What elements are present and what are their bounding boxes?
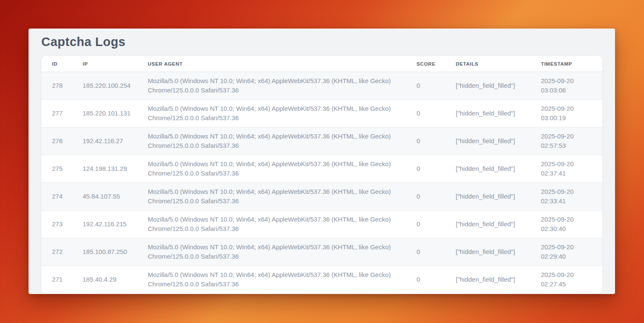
cell-score: 0 xyxy=(406,72,445,100)
cell-user-agent: Mozilla/5.0 (Windows NT 10.0; Win64; x64… xyxy=(137,100,406,127)
table-row: 272 185.100.87.250 Mozilla/5.0 (Windows … xyxy=(41,238,602,266)
cell-details: ["hidden_field_filled"] xyxy=(445,266,530,294)
cell-id: 274 xyxy=(41,183,72,211)
table-row: 275 124.198.131.29 Mozilla/5.0 (Windows … xyxy=(41,155,602,183)
cell-ip: 185.40.4.29 xyxy=(72,266,137,294)
cell-user-agent: Mozilla/5.0 (Windows NT 10.0; Win64; x64… xyxy=(137,183,406,211)
captcha-logs-table: ID IP USER AGENT SCORE DETAILS TIMESTAMP… xyxy=(41,56,602,294)
col-header-timestamp: TIMESTAMP xyxy=(530,56,602,72)
cell-score: 0 xyxy=(406,100,445,127)
col-header-user-agent: USER AGENT xyxy=(137,56,406,72)
cell-timestamp: 2025-09-20 03:03:06 xyxy=(530,72,602,100)
table-row: 274 45.84.107.55 Mozilla/5.0 (Windows NT… xyxy=(41,183,602,211)
cell-score: 0 xyxy=(406,238,445,266)
cell-ip: 185.220.100.254 xyxy=(72,72,137,100)
cell-user-agent: Mozilla/5.0 (Windows NT 10.0; Win64; x64… xyxy=(137,266,406,294)
cell-id: 271 xyxy=(41,266,72,294)
cell-timestamp: 2025-09-20 03:00:19 xyxy=(530,100,602,127)
cell-details: ["hidden_field_filled"] xyxy=(445,100,530,127)
cell-user-agent: Mozilla/5.0 (Windows NT 10.0; Win64; x64… xyxy=(137,72,406,100)
table-header-row: ID IP USER AGENT SCORE DETAILS TIMESTAMP xyxy=(41,56,602,72)
table-row: 277 185.220.101.131 Mozilla/5.0 (Windows… xyxy=(41,100,602,127)
cell-id: 276 xyxy=(41,127,72,155)
col-header-details: DETAILS xyxy=(445,56,530,72)
cell-user-agent: Mozilla/5.0 (Windows NT 10.0; Win64; x64… xyxy=(137,238,406,266)
cell-score: 0 xyxy=(406,183,445,211)
cell-ip: 45.84.107.55 xyxy=(72,183,137,211)
table-row: 273 192.42.116.215 Mozilla/5.0 (Windows … xyxy=(41,211,602,238)
cell-score: 0 xyxy=(406,127,445,155)
cell-timestamp: 2025-09-20 02:33:41 xyxy=(530,183,602,211)
cell-id: 278 xyxy=(41,72,72,100)
table-row: 278 185.220.100.254 Mozilla/5.0 (Windows… xyxy=(41,72,602,100)
cell-ip: 185.220.101.131 xyxy=(72,100,137,127)
cell-details: ["hidden_field_filled"] xyxy=(445,238,530,266)
cell-ip: 192.42.116.27 xyxy=(72,127,137,155)
cell-score: 0 xyxy=(406,211,445,238)
cell-details: ["hidden_field_filled"] xyxy=(445,72,530,100)
col-header-score: SCORE xyxy=(406,56,445,72)
cell-user-agent: Mozilla/5.0 (Windows NT 10.0; Win64; x64… xyxy=(137,127,406,155)
cell-details: ["hidden_field_filled"] xyxy=(445,183,530,211)
cell-details: ["hidden_field_filled"] xyxy=(445,155,530,183)
cell-score: 0 xyxy=(406,155,445,183)
cell-details: ["hidden_field_filled"] xyxy=(445,211,530,238)
cell-user-agent: Mozilla/5.0 (Windows NT 10.0; Win64; x64… xyxy=(137,155,406,183)
cell-id: 275 xyxy=(41,155,72,183)
cell-timestamp: 2025-09-20 02:57:53 xyxy=(530,127,602,155)
cell-ip: 185.100.87.250 xyxy=(72,238,137,266)
cell-timestamp: 2025-09-20 02:29:40 xyxy=(530,238,602,266)
cell-timestamp: 2025-09-20 02:27:45 xyxy=(530,266,602,294)
cell-id: 277 xyxy=(41,100,72,127)
cell-user-agent: Mozilla/5.0 (Windows NT 10.0; Win64; x64… xyxy=(137,211,406,238)
cell-details: ["hidden_field_filled"] xyxy=(445,127,530,155)
table-row: 276 192.42.116.27 Mozilla/5.0 (Windows N… xyxy=(41,127,602,155)
cell-ip: 192.42.116.215 xyxy=(72,211,137,238)
captcha-logs-table-container: ID IP USER AGENT SCORE DETAILS TIMESTAMP… xyxy=(41,56,602,294)
cell-timestamp: 2025-09-20 02:37:41 xyxy=(530,155,602,183)
col-header-ip: IP xyxy=(72,56,137,72)
cell-id: 272 xyxy=(41,238,72,266)
captcha-logs-card: Captcha Logs ID IP USER AGENT SCORE xyxy=(29,29,615,294)
background-gradient: Captcha Logs ID IP USER AGENT SCORE xyxy=(0,0,644,323)
page-title: Captcha Logs xyxy=(41,29,602,56)
cell-id: 273 xyxy=(41,211,72,238)
table-body: 278 185.220.100.254 Mozilla/5.0 (Windows… xyxy=(41,72,602,294)
cell-ip: 124.198.131.29 xyxy=(72,155,137,183)
cell-score: 0 xyxy=(406,266,445,294)
cell-timestamp: 2025-09-20 02:30:40 xyxy=(530,211,602,238)
table-row: 271 185.40.4.29 Mozilla/5.0 (Windows NT … xyxy=(41,266,602,294)
col-header-id: ID xyxy=(41,56,72,72)
